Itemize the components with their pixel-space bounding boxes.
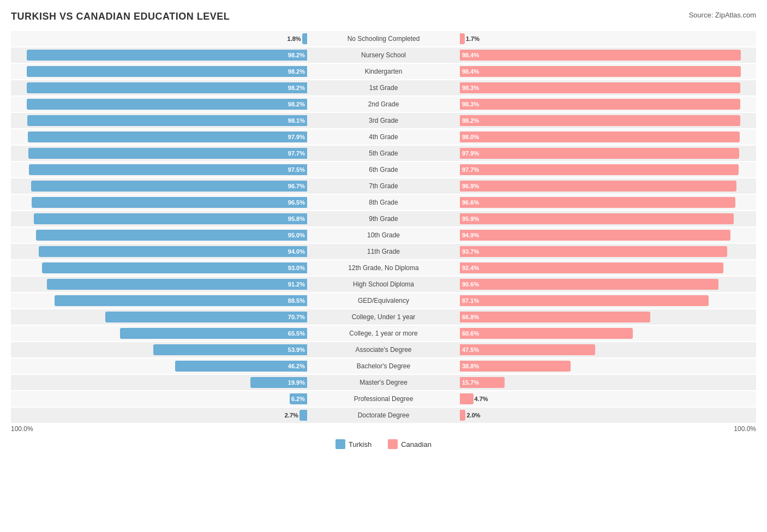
axis-right-label: 100.0% xyxy=(734,425,756,433)
table-row: 98.2% 2nd Grade 98.3% xyxy=(11,97,756,112)
bar-turkish: 93.0% xyxy=(42,262,307,273)
val-turkish-inside: 96.5% xyxy=(288,199,307,206)
bar-turkish: 70.7% xyxy=(105,312,307,322)
bar-turkish: 97.5% xyxy=(29,164,307,175)
bars-area: 1.8% No Schooling Completed 1.7% 98.2% N… xyxy=(11,31,756,423)
val-turkish-inside: 93.0% xyxy=(288,265,307,271)
val-canadian-inside: 98.3% xyxy=(460,101,479,107)
val-canadian-inside: 98.4% xyxy=(460,52,479,58)
table-row: 95.8% 9th Grade 95.9% xyxy=(11,211,756,226)
bar-canadian: 60.6% xyxy=(460,328,633,339)
table-row: 70.7% College, Under 1 year 66.8% xyxy=(11,309,756,325)
val-turkish-inside: 19.9% xyxy=(288,379,307,386)
table-row: 19.9% Master's Degree 15.7% xyxy=(11,375,756,390)
legend-canadian-color xyxy=(388,439,398,449)
bar-canadian: 94.9% xyxy=(460,230,730,241)
bar-turkish: 91.2% xyxy=(47,279,307,290)
bar-canadian: 66.8% xyxy=(460,312,650,322)
bar-canadian: 2.0% xyxy=(460,410,465,421)
table-row: 1.8% No Schooling Completed 1.7% xyxy=(11,31,756,46)
legend-turkish-label: Turkish xyxy=(349,440,371,449)
legend-canadian: Canadian xyxy=(388,439,432,449)
val-turkish-inside: 98.2% xyxy=(288,68,307,75)
table-row: 53.9% Associate's Degree 47.5% xyxy=(11,342,756,357)
chart-legend: Turkish Canadian xyxy=(11,439,756,449)
val-turkish-inside: 98.2% xyxy=(288,52,307,58)
val-canadian-inside: 98.0% xyxy=(460,134,479,140)
table-row: 96.5% 8th Grade 96.6% xyxy=(11,195,756,210)
table-row: 98.1% 3rd Grade 98.2% xyxy=(11,113,756,128)
val-canadian-inside: 96.9% xyxy=(460,183,479,189)
val-canadian-inside: 66.8% xyxy=(460,314,479,320)
val-turkish-inside: 98.1% xyxy=(288,117,307,124)
val-canadian-inside: 87.1% xyxy=(460,297,479,304)
bar-turkish: 96.7% xyxy=(31,181,307,192)
bar-turkish: 2.7% xyxy=(299,410,307,421)
bar-canadian: 97.9% xyxy=(460,148,739,159)
table-row: 98.2% Nursery School 98.4% xyxy=(11,47,756,63)
table-row: 91.2% High School Diploma 90.6% xyxy=(11,277,756,292)
table-row: 94.0% 11th Grade 93.7% xyxy=(11,244,756,259)
val-turkish-inside: 53.9% xyxy=(288,346,307,353)
val-canadian-inside: 47.5% xyxy=(460,346,479,353)
bar-turkish: 46.2% xyxy=(175,361,307,372)
val-turkish-inside: 96.7% xyxy=(288,183,307,189)
val-canadian-inside: 93.7% xyxy=(460,248,479,255)
bar-turkish: 98.2% xyxy=(27,66,307,77)
val-canadian-inside: 94.9% xyxy=(460,232,479,238)
table-row: 65.5% College, 1 year or more 60.6% xyxy=(11,326,756,341)
val-turkish-inside: 98.2% xyxy=(288,101,307,107)
val-canadian-inside: 60.6% xyxy=(460,330,479,337)
bar-turkish: 96.5% xyxy=(32,197,307,208)
bar-turkish: 98.2% xyxy=(27,50,307,61)
axis-labels: 100.0% 100.0% xyxy=(11,425,756,433)
val-turkish-inside: 97.5% xyxy=(288,166,307,173)
bar-canadian: 96.6% xyxy=(460,197,735,208)
chart-source: Source: ZipAtlas.com xyxy=(688,11,756,19)
axis-left-label: 100.0% xyxy=(11,425,33,433)
legend-turkish: Turkish xyxy=(335,439,371,449)
val-canadian-inside: 90.6% xyxy=(460,281,479,288)
val-canadian-inside: 38.8% xyxy=(460,363,479,369)
table-row: 97.5% 6th Grade 97.7% xyxy=(11,162,756,177)
bar-turkish: 53.9% xyxy=(153,344,307,355)
val-canadian-inside: 15.7% xyxy=(460,379,479,386)
bar-canadian: 90.6% xyxy=(460,279,718,290)
bar-canadian: 98.3% xyxy=(460,82,740,93)
table-row: 97.7% 5th Grade 97.9% xyxy=(11,146,756,161)
val-turkish-inside: 95.8% xyxy=(288,216,307,222)
val-turkish-inside: 46.2% xyxy=(288,363,307,369)
table-row: 88.5% GED/Equivalency 87.1% xyxy=(11,293,756,308)
val-canadian-inside: 98.2% xyxy=(460,117,479,124)
bar-canadian: 98.4% xyxy=(460,50,741,61)
bar-canadian: 38.8% xyxy=(460,361,571,372)
val-turkish-inside: 97.9% xyxy=(288,134,307,140)
chart-container: TURKISH VS CANADIAN EDUCATION LEVEL Sour… xyxy=(11,11,756,449)
val-canadian-outside: 1.7% xyxy=(466,35,480,42)
bar-turkish: 98.1% xyxy=(27,115,307,126)
val-turkish-outside: 2.7% xyxy=(285,412,298,419)
val-turkish-inside: 95.0% xyxy=(288,232,307,238)
val-canadian-inside: 95.9% xyxy=(460,216,479,222)
table-row: 98.2% 1st Grade 98.3% xyxy=(11,80,756,95)
bar-turkish: 98.2% xyxy=(27,99,307,110)
legend-turkish-color xyxy=(335,439,345,449)
bar-turkish: 95.8% xyxy=(34,213,307,224)
val-canadian-inside: 97.7% xyxy=(460,166,479,173)
table-row: 95.0% 10th Grade 94.9% xyxy=(11,228,756,243)
bar-turkish: 88.5% xyxy=(55,295,307,306)
val-canadian-inside: 92.4% xyxy=(460,265,479,271)
val-turkish-inside: 91.2% xyxy=(288,281,307,288)
val-turkish-inside: 98.2% xyxy=(288,85,307,91)
val-turkish-inside: 97.7% xyxy=(288,150,307,157)
table-row: 46.2% Bachelor's Degree 38.8% xyxy=(11,358,756,374)
val-turkish-inside: 70.7% xyxy=(288,314,307,320)
table-row: 6.2% Professional Degree 4.7% xyxy=(11,391,756,407)
bar-canadian: 15.7% xyxy=(460,377,505,388)
bar-canadian: 97.7% xyxy=(460,164,739,175)
bar-canadian: 87.1% xyxy=(460,295,709,306)
chart-header: TURKISH VS CANADIAN EDUCATION LEVEL Sour… xyxy=(11,11,756,22)
bar-canadian: 93.7% xyxy=(460,246,727,257)
table-row: 98.2% Kindergarten 98.4% xyxy=(11,64,756,79)
bar-turkish: 19.9% xyxy=(250,377,307,388)
